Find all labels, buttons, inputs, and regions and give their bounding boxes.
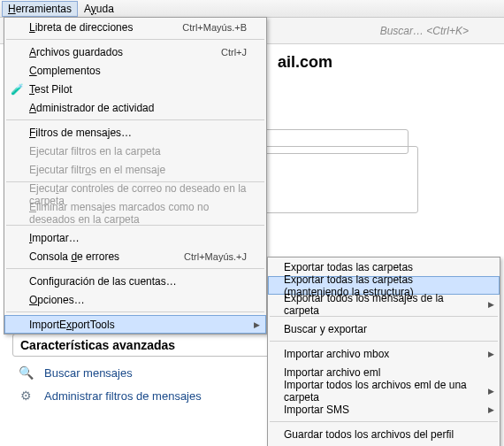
- shortcut: Ctrl+Mayús.+B: [182, 22, 247, 33]
- chevron-right-icon: ▶: [254, 320, 260, 329]
- label: Importar archivo eml: [284, 366, 380, 379]
- menu-ejecutar-filtros-mensaje: Ejecutar filtros en el mensaje Ejecutar …: [4, 160, 266, 179]
- menu-importar[interactable]: Importar… Importar…: [4, 228, 266, 247]
- label: Importar SMS: [284, 404, 349, 416]
- label: Importar archivo mbox: [284, 348, 389, 360]
- menu-archivos-guardados[interactable]: Archivos guardados Archivos guardados Ct…: [4, 42, 266, 61]
- submenu-exportar-todos-mensajes[interactable]: Exportar todos los mensajes de la carpet…: [268, 295, 500, 313]
- menu-complementos[interactable]: Complementos Complementos: [4, 61, 266, 80]
- search-input[interactable]: Buscar… <Ctrl+K>: [380, 25, 469, 37]
- submenu-importar-sms[interactable]: Importar SMS ▶: [268, 400, 500, 419]
- menubar-ayuda[interactable]: Ayuda Ayuda: [78, 1, 120, 17]
- shortcut: Ctrl+Mayús.+J: [184, 251, 247, 262]
- chevron-right-icon: ▶: [488, 387, 494, 396]
- menu-separator: [6, 268, 264, 269]
- menu-separator: [6, 39, 264, 40]
- submenu-importar-todos-eml[interactable]: Importar todos los archivos eml de una c…: [268, 381, 500, 400]
- label: Exportar todos los mensajes de la carpet…: [284, 292, 480, 317]
- menu-separator: [6, 311, 264, 312]
- chevron-right-icon: ▶: [488, 350, 494, 358]
- menubar: HHerramientaserramientas Ayuda Ayuda: [0, 0, 504, 18]
- chevron-right-icon: ▶: [488, 405, 494, 414]
- menu-separator: [270, 421, 498, 422]
- shortcut: Ctrl+J: [221, 47, 247, 58]
- menubar-herramientas[interactable]: HHerramientaserramientas: [2, 1, 78, 17]
- search-icon: 🔍: [16, 365, 35, 380]
- link-manage-filters-label: Administrar filtros de mensajes: [44, 389, 202, 403]
- menu-ejecutar-filtros-carpeta: Ejecutar filtros en la carpeta Ejecutar …: [4, 142, 266, 160]
- menu-separator: [6, 119, 264, 120]
- label: Guardar todos los archivos del perfil: [284, 428, 454, 441]
- menu-opciones[interactable]: Opciones… Opciones…: [4, 290, 266, 309]
- submenu-importar-mbox[interactable]: Importar archivo mbox ▶: [268, 344, 500, 363]
- menu-libreta-direcciones[interactable]: Libreta de direcciones Libreta de direcc…: [4, 18, 266, 36]
- menu-filtros-mensajes[interactable]: Filtros de mensajes… Filtros de mensajes…: [4, 123, 266, 142]
- menu-configuracion-cuentas[interactable]: Configuración de las cuentas… Configurac…: [4, 272, 266, 290]
- menu-separator: [270, 341, 498, 342]
- menu-consola-errores[interactable]: Consola de errores Consola de errores Ct…: [4, 247, 266, 265]
- import-export-tools-submenu: Exportar todas las carpetas Exportar tod…: [267, 257, 500, 446]
- menu-administrador-actividad[interactable]: Administrador de actividad Administrador…: [4, 98, 266, 117]
- herramientas-menu: Libreta de direcciones Libreta de direcc…: [4, 17, 267, 334]
- label: Exportar todas las carpetas: [284, 261, 413, 273]
- filter-icon: ⚙: [16, 388, 35, 403]
- menu-eliminar-no-deseados: Eliminar mensajes marcados como no desea…: [4, 204, 266, 222]
- link-search-messages-label: Buscar mensajes: [44, 366, 133, 380]
- menu-test-pilot[interactable]: 🧪 Test Pilot Test Pilot: [4, 80, 266, 98]
- chevron-right-icon: ▶: [488, 300, 494, 309]
- submenu-guardar-archivos-perfil[interactable]: Guardar todos los archivos del perfil: [268, 425, 500, 443]
- menu-import-export-tools[interactable]: ImportExportTools ImportExportTools ▶: [4, 315, 266, 334]
- test-pilot-icon: 🧪: [10, 83, 24, 96]
- label: Buscar y exportar: [284, 323, 367, 335]
- submenu-buscar-exportar[interactable]: Buscar y exportar: [268, 319, 500, 338]
